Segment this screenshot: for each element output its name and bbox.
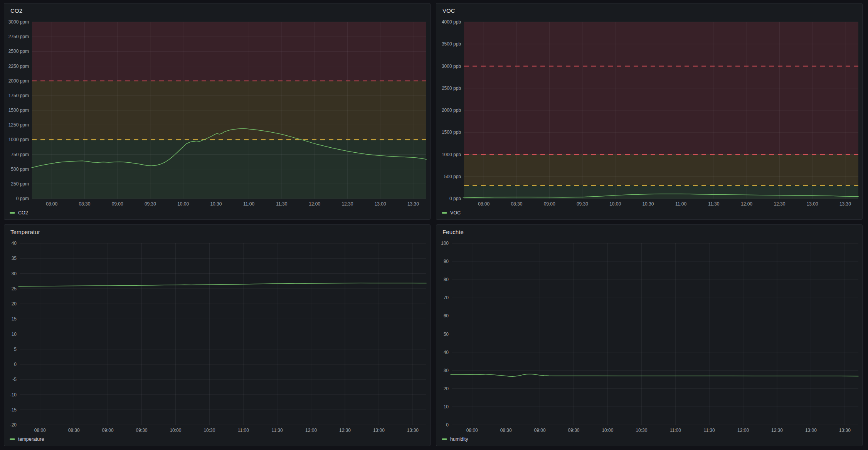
x-tick-label: 11:00 xyxy=(675,201,686,207)
y-tick-label: 1250 ppm xyxy=(8,122,29,128)
y-tick-label: 1000 ppm xyxy=(8,137,29,142)
y-tick-label: 2750 ppm xyxy=(8,34,29,39)
series-color-swatch xyxy=(10,438,15,440)
x-tick-label: 11:00 xyxy=(243,201,254,207)
x-tick-label: 12:30 xyxy=(771,428,783,433)
series-color-swatch xyxy=(442,212,447,214)
x-tick-label: 10:00 xyxy=(609,201,621,207)
legend-label: CO2 xyxy=(18,210,28,216)
y-tick-label: 10 xyxy=(12,332,17,337)
x-tick-label: 10:30 xyxy=(642,201,654,207)
panel-temperature: Temperatur -20-15-10-5051015202530354008… xyxy=(4,224,431,446)
y-tick-label: 80 xyxy=(444,277,449,282)
x-tick-label: 08:30 xyxy=(79,201,90,207)
y-tick-label: 2250 ppm xyxy=(8,64,29,69)
x-tick-label: 08:00 xyxy=(466,428,478,433)
x-tick-label: 12:30 xyxy=(341,201,353,207)
y-tick-label: 1500 ppm xyxy=(8,108,29,113)
y-tick-label: 40 xyxy=(12,241,17,246)
panel-title[interactable]: Temperatur xyxy=(10,229,40,235)
y-tick-label: 40 xyxy=(444,350,449,355)
voc-chart[interactable]: 0 ppb500 ppb1000 ppb1500 ppb2000 ppb2500… xyxy=(436,17,862,209)
x-tick-label: 10:30 xyxy=(636,428,647,433)
x-tick-label: 13:30 xyxy=(407,201,419,207)
x-tick-label: 13:00 xyxy=(807,201,818,207)
y-tick-label: 1750 ppm xyxy=(8,93,29,98)
grafana-dashboard: CO2 0 ppm250 ppm500 ppm750 ppm1000 ppm12… xyxy=(0,0,868,450)
x-tick-label: 10:00 xyxy=(170,428,181,433)
x-tick-label: 10:00 xyxy=(602,428,613,433)
y-tick-label: 60 xyxy=(444,313,449,319)
legend: temperature xyxy=(4,435,430,444)
y-tick-label: 750 ppm xyxy=(11,152,29,157)
co2-chart[interactable]: 0 ppm250 ppm500 ppm750 ppm1000 ppm1250 p… xyxy=(4,17,430,209)
x-tick-label: 12:00 xyxy=(741,201,752,207)
legend: VOC xyxy=(436,209,862,218)
x-tick-label: 11:00 xyxy=(670,428,681,433)
x-tick-label: 11:30 xyxy=(272,428,283,433)
legend-label: humidity xyxy=(450,437,468,442)
legend-label: VOC xyxy=(450,210,461,216)
panel-title[interactable]: CO2 xyxy=(10,7,22,14)
x-tick-label: 08:30 xyxy=(500,428,512,433)
x-tick-label: 12:00 xyxy=(737,428,749,433)
temperature-chart[interactable]: -20-15-10-5051015202530354008:0008:3009:… xyxy=(4,239,430,435)
x-tick-label: 09:30 xyxy=(145,201,156,207)
x-tick-label: 09:30 xyxy=(136,428,147,433)
y-tick-label: 25 xyxy=(12,286,17,292)
y-tick-label: 35 xyxy=(12,256,17,261)
legend-item[interactable]: temperature xyxy=(10,437,44,442)
y-tick-label: 30 xyxy=(12,271,17,276)
x-tick-label: 10:00 xyxy=(177,201,189,207)
y-tick-label: 2000 ppb xyxy=(442,108,461,113)
x-tick-label: 11:30 xyxy=(708,201,719,207)
threshold-zone xyxy=(464,155,858,185)
y-tick-label: 2500 ppb xyxy=(442,86,461,91)
x-tick-label: 09:00 xyxy=(534,428,546,433)
series-color-swatch xyxy=(10,212,15,214)
y-tick-label: 3000 ppm xyxy=(8,19,29,25)
series-color-swatch xyxy=(442,438,447,440)
x-tick-label: 08:00 xyxy=(46,201,57,207)
chart-svg: 0 ppm250 ppm500 ppm750 ppm1000 ppm1250 p… xyxy=(4,17,430,209)
y-tick-label: 0 ppb xyxy=(449,196,461,201)
y-tick-label: 5 xyxy=(14,347,17,352)
panel-title[interactable]: VOC xyxy=(442,7,455,14)
x-tick-label: 11:00 xyxy=(238,428,249,433)
x-tick-label: 11:30 xyxy=(704,428,715,433)
x-tick-label: 09:30 xyxy=(577,201,588,207)
x-tick-label: 09:30 xyxy=(568,428,579,433)
y-tick-label: 4000 ppb xyxy=(442,19,461,25)
series-line xyxy=(451,374,858,376)
x-tick-label: 12:00 xyxy=(305,428,317,433)
x-tick-label: 12:30 xyxy=(339,428,351,433)
legend: humidity xyxy=(436,435,862,444)
x-tick-label: 10:30 xyxy=(204,428,215,433)
y-tick-label: 30 xyxy=(444,368,449,373)
y-tick-label: -5 xyxy=(12,377,17,382)
x-tick-label: 08:30 xyxy=(511,201,522,207)
legend-label: temperature xyxy=(18,437,44,442)
panel-co2: CO2 0 ppm250 ppm500 ppm750 ppm1000 ppm12… xyxy=(4,3,431,220)
x-tick-label: 13:00 xyxy=(805,428,817,433)
y-tick-label: 250 ppm xyxy=(11,181,29,187)
y-tick-label: 0 xyxy=(446,422,449,428)
y-tick-label: 0 ppm xyxy=(16,196,29,201)
humidity-chart[interactable]: 010203040506070809010008:0008:3009:0009:… xyxy=(436,239,862,435)
panel-title[interactable]: Feuchte xyxy=(442,229,464,235)
legend-item[interactable]: humidity xyxy=(442,437,468,442)
x-tick-label: 09:00 xyxy=(544,201,555,207)
y-tick-label: 15 xyxy=(12,316,17,322)
y-tick-label: 90 xyxy=(444,259,449,264)
chart-svg: -20-15-10-5051015202530354008:0008:3009:… xyxy=(4,239,430,435)
x-tick-label: 09:00 xyxy=(112,201,123,207)
legend-item[interactable]: VOC xyxy=(442,210,461,216)
y-tick-label: -20 xyxy=(10,422,17,428)
legend-item[interactable]: CO2 xyxy=(10,210,28,216)
y-tick-label: 1000 ppb xyxy=(442,152,461,157)
y-tick-label: 3000 ppb xyxy=(442,64,461,69)
panel-humidity: Feuchte 010203040506070809010008:0008:30… xyxy=(436,224,863,446)
y-tick-label: 70 xyxy=(444,295,449,300)
y-tick-label: 20 xyxy=(12,301,17,307)
x-tick-label: 10:30 xyxy=(210,201,222,207)
